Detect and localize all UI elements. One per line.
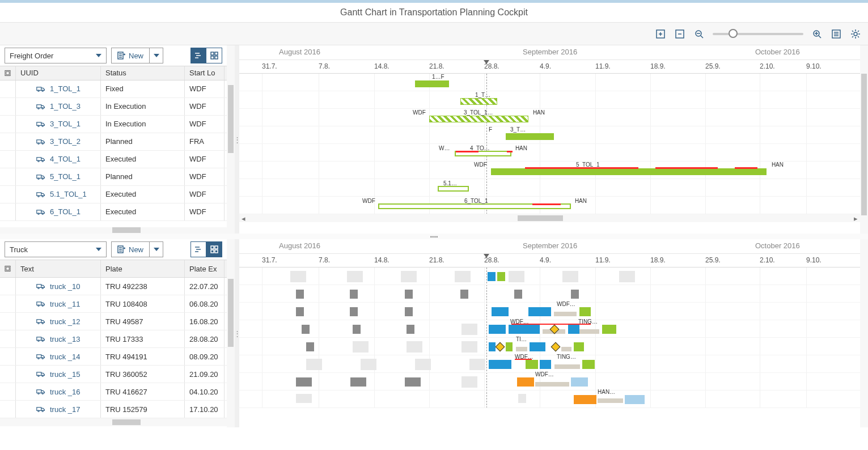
resource-block[interactable]: [579, 307, 591, 316]
col-status[interactable]: Status: [101, 66, 185, 80]
table-row[interactable]: truck _12TRU 4958716.08.20: [0, 313, 227, 330]
col-uuid[interactable]: UUID: [16, 66, 101, 80]
resource-block[interactable]: [625, 395, 645, 404]
table-row[interactable]: 4_TOL_1ExecutedWDF: [0, 151, 227, 168]
resource-block[interactable]: [401, 271, 417, 282]
new-button[interactable]: New: [111, 241, 150, 257]
gantt-bar[interactable]: 5_TOL_1WDFHAN: [491, 168, 767, 175]
top-gantt-vscroll[interactable]: [860, 45, 868, 234]
order-type-dropdown[interactable]: Freight Order: [5, 48, 107, 63]
new-button[interactable]: New: [111, 48, 150, 63]
table-row[interactable]: truck _13TRU 1733328.08.20: [0, 330, 227, 348]
gantt-row[interactable]: WDF…TING…: [239, 320, 860, 338]
resource-block[interactable]: [619, 271, 635, 282]
gantt-row[interactable]: [239, 285, 860, 303]
resource-block[interactable]: [407, 325, 414, 334]
resource-block[interactable]: [582, 360, 595, 369]
resource-block[interactable]: [574, 342, 584, 351]
col-plate[interactable]: Plate: [101, 260, 185, 277]
resource-block[interactable]: [405, 290, 413, 299]
gantt-bar[interactable]: 3_T…F: [506, 133, 554, 140]
table-row[interactable]: truck _11TRU 10840806.08.20: [0, 295, 227, 313]
resource-block[interactable]: [514, 290, 522, 299]
view-toggle-grid[interactable]: [206, 48, 222, 63]
uuid-link[interactable]: 6_TOL_1: [16, 203, 101, 220]
resource-block[interactable]: [562, 271, 578, 282]
resource-block[interactable]: [302, 325, 310, 334]
resource-block[interactable]: [306, 342, 314, 351]
resource-block[interactable]: [574, 395, 596, 404]
gantt-bar[interactable]: 1_T…: [460, 98, 497, 105]
truck-link[interactable]: truck _13: [16, 330, 101, 347]
resource-block[interactable]: [489, 342, 496, 351]
truck-link[interactable]: truck _10: [16, 278, 101, 295]
truck-link[interactable]: truck _14: [16, 348, 101, 365]
top-table-hscroll[interactable]: [0, 227, 227, 234]
gantt-bar[interactable]: 4_TO…W…HAN: [455, 151, 511, 156]
top-tree-vscroll[interactable]: [227, 45, 235, 234]
resource-block[interactable]: [530, 342, 545, 351]
gantt-row[interactable]: 1_T…: [239, 91, 860, 109]
resource-block[interactable]: [455, 271, 471, 282]
legend-icon[interactable]: [831, 28, 842, 40]
table-row[interactable]: 1_TOL_1FixedWDF: [0, 80, 227, 98]
horizontal-splitter[interactable]: ▪▪▪▪: [0, 234, 868, 239]
vertical-splitter-bottom[interactable]: [235, 239, 239, 427]
resource-block[interactable]: [350, 307, 358, 316]
resource-block[interactable]: [506, 342, 513, 351]
resource-block[interactable]: [407, 341, 422, 353]
resource-block[interactable]: [350, 377, 366, 387]
resource-block[interactable]: [353, 325, 361, 334]
zoom-in-icon[interactable]: [811, 28, 823, 40]
resource-block[interactable]: [306, 359, 322, 370]
milestone-diamond[interactable]: [496, 342, 505, 352]
table-row[interactable]: truck _10TRU 49223822.07.20: [0, 278, 227, 295]
resource-block[interactable]: [405, 307, 413, 316]
uuid-link[interactable]: 5_TOL_1: [16, 168, 101, 185]
resource-block[interactable]: [489, 360, 511, 369]
resource-block[interactable]: [461, 341, 477, 353]
resource-block[interactable]: [561, 347, 571, 351]
resource-block[interactable]: [571, 290, 579, 299]
gantt-row[interactable]: 4_TO…W…HAN: [239, 144, 860, 162]
zoom-out-icon[interactable]: [693, 28, 705, 40]
table-row[interactable]: 3_TOL_2PlannedFRA: [0, 133, 227, 151]
truck-link[interactable]: truck _11: [16, 295, 101, 312]
resource-block[interactable]: [461, 324, 477, 335]
resource-block[interactable]: [535, 382, 569, 387]
col-start[interactable]: Start Lo: [185, 66, 225, 80]
resource-block[interactable]: [492, 307, 509, 316]
view-toggle-gantt[interactable]: [190, 241, 206, 257]
truck-link[interactable]: truck _15: [16, 366, 101, 383]
table-row[interactable]: truck _15TRU 36005221.09.20: [0, 366, 227, 383]
expand-out-icon[interactable]: [674, 28, 685, 40]
gantt-bar[interactable]: 5.1…: [438, 186, 469, 192]
resource-block[interactable]: [347, 271, 363, 282]
resource-block[interactable]: [509, 325, 540, 334]
resource-block[interactable]: [296, 307, 304, 316]
col-text[interactable]: Text: [16, 260, 101, 277]
resource-block[interactable]: [488, 272, 496, 281]
resource-block[interactable]: [518, 394, 526, 403]
gantt-bar[interactable]: 6_TOL_1WDFHAN: [378, 203, 571, 209]
resource-block[interactable]: [460, 290, 468, 299]
vertical-splitter-top[interactable]: [235, 45, 239, 234]
new-button-split[interactable]: [150, 48, 163, 63]
gantt-row[interactable]: WDF…: [239, 373, 860, 390]
bottom-tree-vscroll[interactable]: [227, 239, 235, 427]
gantt-row[interactable]: [239, 268, 860, 285]
resource-block[interactable]: [526, 360, 538, 369]
table-row[interactable]: truck _14TRU 49419108.09.20: [0, 348, 227, 366]
table-row[interactable]: 5_TOL_1PlannedWDF: [0, 168, 227, 186]
zoom-slider-thumb[interactable]: [729, 29, 738, 38]
resource-block[interactable]: [554, 312, 577, 316]
resource-block[interactable]: [598, 398, 623, 403]
table-row[interactable]: 6_TOL_1ExecutedWDF: [0, 203, 227, 221]
table-row[interactable]: 5.1_TOL_1ExecutedWDF: [0, 186, 227, 203]
resource-block[interactable]: [568, 325, 579, 334]
view-toggle-gantt[interactable]: [190, 48, 206, 63]
gantt-row[interactable]: 6_TOL_1WDFHAN: [239, 197, 860, 214]
new-button-split[interactable]: [150, 241, 163, 257]
uuid-link[interactable]: 5.1_TOL_1: [16, 186, 101, 203]
uuid-link[interactable]: 1_TOL_3: [16, 98, 101, 115]
